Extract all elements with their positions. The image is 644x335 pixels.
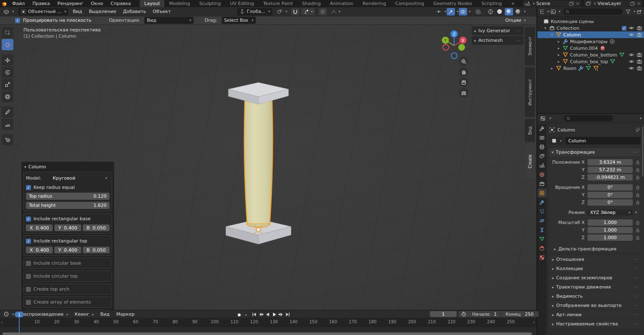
camera-icon[interactable] [636,59,642,64]
slider-Top-radius[interactable]: Top radius0.120 [26,193,110,200]
viewport-menu-Добавить[interactable]: Добавить [120,9,149,14]
transform-field[interactable]: 1.000 [588,227,633,233]
tool-scale[interactable] [2,79,13,90]
orthographic-toggle-button[interactable] [459,88,468,98]
workspace-tab-Modeling[interactable]: Modeling [164,0,194,7]
mode-selector[interactable]: Объектный ... ▾ [18,8,68,15]
project-to-plane-checkbox[interactable]: ✓ [15,18,20,23]
chevron-right-icon[interactable]: ▸ [550,66,554,70]
viewport-menu-Выделение[interactable]: Выделение [85,9,120,14]
checkbox-row[interactable]: ✓Include rectangular base [26,216,110,222]
chevron-right-icon[interactable]: ▸ [557,39,561,44]
scene-selector[interactable]: ▾ Scene × [523,0,581,7]
zoom-view-button[interactable] [459,57,468,66]
properties-tab-data[interactable] [537,234,547,244]
prev-keyframe-button[interactable] [258,312,264,317]
unlink-icon[interactable]: × [637,1,641,6]
proportional-falloff[interactable]: ▾ [329,8,342,15]
model-dropdown[interactable]: Круговой▾ [50,174,110,182]
lock-icon[interactable] [635,200,640,205]
sidebar-tab-Create[interactable]: Create [525,144,535,178]
show-object-types[interactable] [434,8,443,15]
panel-Видимость[interactable]: ▸Видимость ⋯ [549,292,641,300]
transform-field[interactable]: 1.000 [588,234,633,241]
lock-icon[interactable] [635,192,640,197]
properties-search-input[interactable] [564,115,613,121]
panel-Траектории-движения[interactable]: ▸Траектории движения ⋯ [549,283,641,291]
copy-icon[interactable] [629,1,635,7]
tool-cursor[interactable] [2,39,13,50]
scene-collection-row[interactable]: Коллекция сцены [537,18,644,25]
checkbox-row[interactable]: Create top arch [26,286,110,292]
field-X[interactable]: X0.400 [26,247,53,253]
chevron-down-icon[interactable]: ▾ [640,116,641,120]
panel-Отображение-во-вьюпорте[interactable]: ▸Отображение во вьюпорте ⋯ [549,301,641,309]
outliner-row-Column_box_bottom[interactable]: ▸ Column_box_bottom [537,52,644,58]
transform-field[interactable]: XYZ Эйлер▾ [588,209,633,216]
menu-Окно[interactable]: Окно [87,0,107,7]
sidebar-panel-Ivy-Generator[interactable]: ▸Ivy Generator ⋯ [472,26,524,35]
transform-field[interactable]: 0° [588,184,633,191]
orientation-selector[interactable]: Глоба... ▾ [237,8,272,15]
checkbox[interactable] [26,261,31,266]
workspace-tab-Rendering[interactable]: Rendering [358,0,391,7]
checkbox-row[interactable]: Create array of elements [26,299,110,305]
transform-panel-header[interactable]: ▾ Трансформация ⋯ [549,148,641,156]
shading-rendered[interactable] [514,8,522,15]
camera-view-button[interactable] [459,77,468,87]
eye-icon[interactable] [629,59,634,64]
eye-icon[interactable] [629,32,634,38]
properties-tab-texture[interactable] [537,253,547,262]
properties-scrollbar[interactable] [642,126,644,177]
tool-annotate[interactable] [2,106,13,118]
delta-transform-panel[interactable]: ▸ Дельта-трансформация [549,245,641,253]
snap-settings[interactable]: ▾ [301,8,315,15]
timeline-editor-selector[interactable]: ▾ [1,310,16,318]
navigation-gizmo[interactable]: Z Y X [438,28,470,60]
tool-move[interactable] [2,54,13,66]
shading-solid[interactable] [496,8,504,15]
new-collection-icon[interactable] [636,9,642,15]
workspace-tab-Scripting[interactable]: Scripting [477,0,506,7]
lock-icon[interactable] [635,160,640,165]
outliner-editor-icon[interactable] [539,9,545,15]
sidebar-panel-Archimesh[interactable]: ▸Archimesh ⋯ [472,36,524,45]
outliner-row-Column[interactable]: ▾ Column [537,31,644,38]
panel-Создание-экземпляров[interactable]: ▸Создание экземпляров ⋯ [549,273,641,282]
unlink-icon[interactable]: × [576,1,580,6]
checkbox-row[interactable]: ✓Include rectangular top [26,238,110,244]
next-keyframe-button[interactable] [278,312,284,317]
timeline-expand-left-icon[interactable]: › [1,320,3,325]
sidebar-tab-Инструмент[interactable]: Инструмент [525,67,535,117]
jump-start-button[interactable] [251,312,257,317]
chevron-right-icon[interactable]: ▸ [557,53,561,57]
camera-icon[interactable] [636,65,642,71]
workspace-tab-UV-Editing[interactable]: UV Editing [225,0,258,7]
timeline-menu-Вид[interactable]: Вид [97,312,113,317]
frame-end-field[interactable]: Конец250 [501,312,538,317]
chevron-down-icon[interactable]: ▾ [543,26,547,30]
transform-field[interactable]: 3.6324 m [588,159,633,165]
tool-select-box[interactable] [2,27,13,38]
outliner-row-Room[interactable]: ▸ Room2 [537,65,644,72]
lock-icon[interactable] [635,235,640,240]
gizmos-toggle[interactable] [447,8,455,15]
eye-icon[interactable] [629,25,634,31]
shading-wireframe[interactable] [486,8,495,15]
properties-tab-tool[interactable] [537,124,547,133]
properties-tab-collection[interactable] [537,179,547,188]
properties-tab-material[interactable] [537,244,547,253]
lock-icon[interactable] [635,175,640,180]
transform-field[interactable]: 1.000 [588,219,633,226]
menu-Справка[interactable]: Справка [107,0,135,7]
panel-Отношения[interactable]: ▸Отношения ⋯ [549,255,641,263]
checkbox[interactable]: ✓ [26,185,31,190]
chevron-right-icon[interactable]: ▸ [557,59,561,64]
overlays-toggle[interactable] [459,8,467,15]
filter-icon[interactable] [625,9,631,15]
properties-tab-particles[interactable] [537,207,547,216]
field-Y[interactable]: Y0.400 [54,247,81,253]
pivot-point-selector[interactable]: ▾ [275,8,289,15]
lock-icon[interactable] [635,185,640,190]
field-Y[interactable]: Y0.400 [54,224,81,231]
